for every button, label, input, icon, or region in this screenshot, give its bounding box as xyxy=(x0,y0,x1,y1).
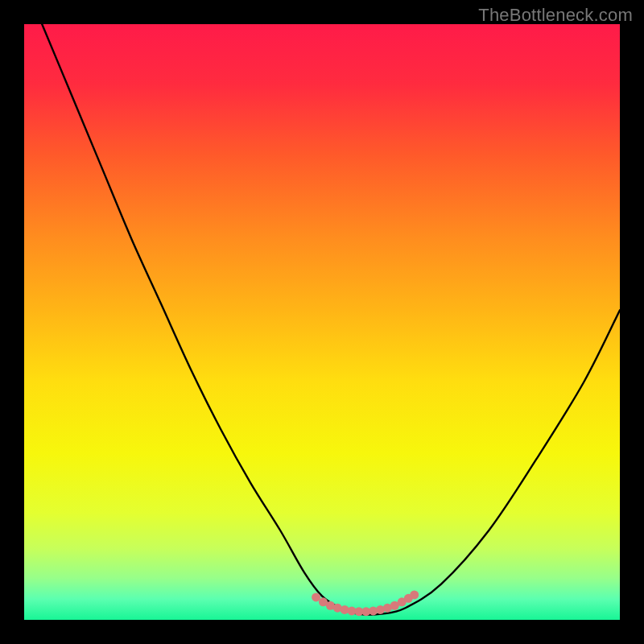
highlight-dots xyxy=(312,590,419,616)
watermark-text: TheBottleneck.com xyxy=(478,5,633,26)
bottleneck-curve xyxy=(42,24,620,615)
plot-area xyxy=(24,24,620,620)
highlight-dot xyxy=(410,590,419,599)
chart-frame: TheBottleneck.com xyxy=(0,0,644,644)
curve-layer xyxy=(24,24,620,620)
